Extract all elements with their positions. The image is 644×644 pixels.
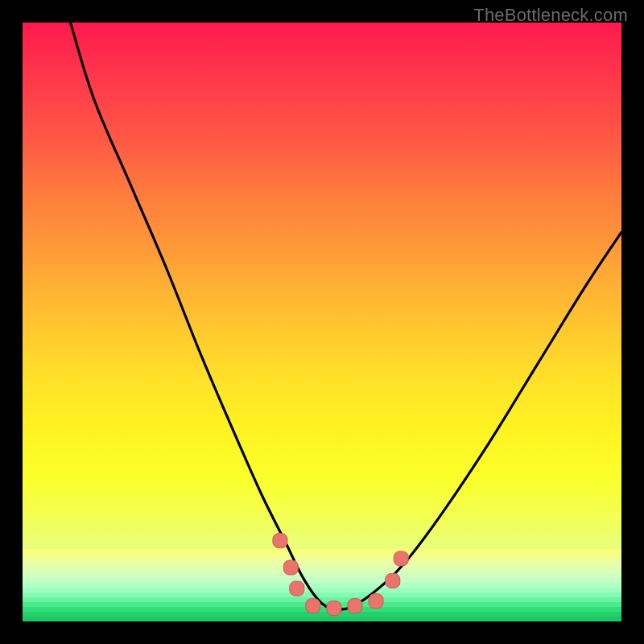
chart-frame: TheBottleneck.com xyxy=(0,0,644,644)
marker-dot xyxy=(386,573,400,588)
marker-dot xyxy=(306,599,320,613)
bottleneck-curve-path xyxy=(71,23,622,609)
marker-dot xyxy=(369,594,383,609)
marker-dot xyxy=(348,599,362,613)
marker-dot xyxy=(290,581,304,596)
chart-plot-area xyxy=(23,23,621,621)
gradient-bands xyxy=(23,549,621,621)
marker-dot xyxy=(283,560,298,575)
chart-svg xyxy=(23,23,621,621)
marker-dot xyxy=(273,534,287,548)
marker-group xyxy=(273,534,408,616)
marker-dot xyxy=(327,601,341,616)
marker-dot xyxy=(394,551,408,566)
